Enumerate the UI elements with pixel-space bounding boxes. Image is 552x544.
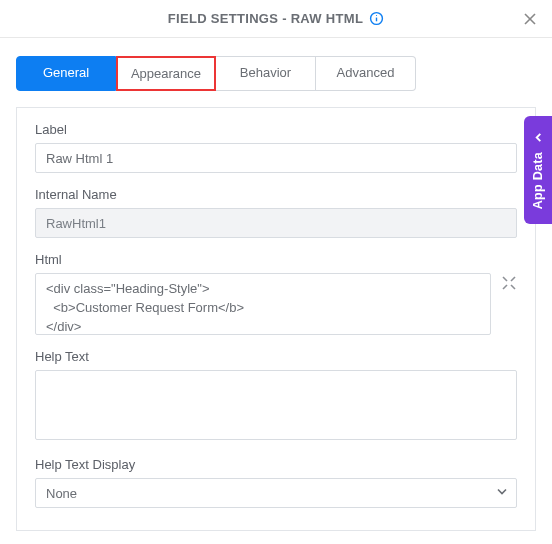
settings-panel: Label Internal Name Html Help Text Help … — [16, 107, 536, 531]
field-help-text-group: Help Text — [35, 349, 517, 443]
tab-behavior[interactable]: Behavior — [216, 56, 316, 91]
tabs: General Appearance Behavior Advanced — [16, 56, 536, 91]
tab-advanced[interactable]: Advanced — [316, 56, 416, 91]
help-text-input[interactable] — [35, 370, 517, 440]
app-data-label: App Data — [531, 152, 545, 209]
field-internal-name-group: Internal Name — [35, 187, 517, 238]
expand-icon[interactable] — [501, 275, 517, 291]
label-caption: Label — [35, 122, 517, 137]
svg-line-5 — [503, 277, 507, 281]
tab-appearance[interactable]: Appearance — [116, 56, 216, 91]
help-text-display-select[interactable]: None — [35, 478, 517, 508]
chevron-left-icon — [533, 131, 544, 146]
dialog-header: FIELD SETTINGS - RAW HTML — [0, 0, 552, 38]
field-html-group: Html — [35, 252, 517, 335]
dialog-title-wrap: FIELD SETTINGS - RAW HTML — [168, 11, 384, 26]
svg-line-7 — [503, 285, 507, 289]
help-text-display-caption: Help Text Display — [35, 457, 517, 472]
field-help-text-display-group: Help Text Display None — [35, 457, 517, 508]
html-input[interactable] — [35, 273, 491, 335]
svg-point-2 — [376, 15, 377, 16]
chevron-down-icon — [496, 486, 508, 501]
dialog-title: FIELD SETTINGS - RAW HTML — [168, 11, 363, 26]
label-input[interactable] — [35, 143, 517, 173]
internal-name-caption: Internal Name — [35, 187, 517, 202]
tab-general[interactable]: General — [16, 56, 116, 91]
info-icon[interactable] — [369, 11, 384, 26]
svg-line-8 — [511, 285, 515, 289]
app-data-sidebar-toggle[interactable]: App Data — [524, 116, 552, 224]
internal-name-input — [35, 208, 517, 238]
close-icon[interactable] — [522, 11, 538, 27]
help-text-caption: Help Text — [35, 349, 517, 364]
html-caption: Html — [35, 252, 517, 267]
help-text-display-value: None — [46, 486, 77, 501]
svg-line-6 — [511, 277, 515, 281]
field-label-group: Label — [35, 122, 517, 173]
